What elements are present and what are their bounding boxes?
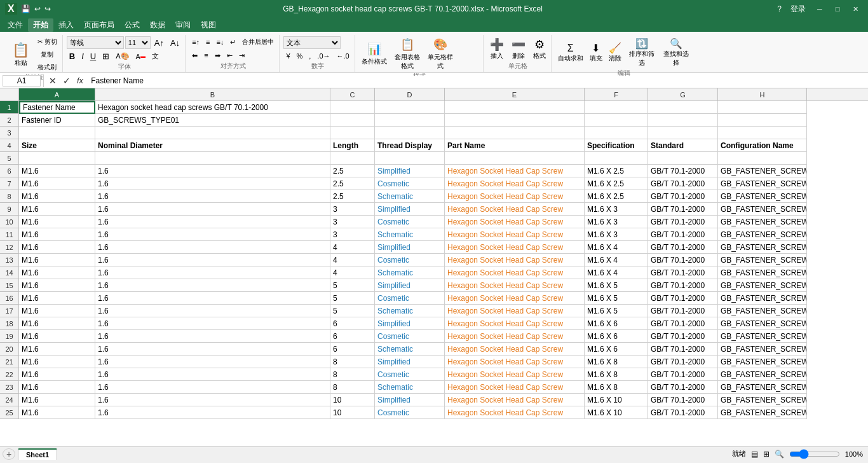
fill-color-icon[interactable]: A🎨: [113, 51, 132, 62]
delete-cell-btn[interactable]: ➖ 删除: [509, 36, 528, 62]
grid-cell[interactable]: Cosmetic: [375, 406, 445, 419]
grid-cell[interactable]: Hexagon Socket Head Cap Screw: [445, 216, 585, 228]
grid-cell[interactable]: GB_FASTENER_SCREW: [718, 394, 807, 406]
grid-cell[interactable]: GB/T 70.1-2000: [648, 292, 718, 305]
decimal-decrease-icon[interactable]: ←.0: [334, 51, 352, 61]
underline-button[interactable]: U: [88, 50, 98, 62]
cell-reference-box[interactable]: [3, 75, 41, 86]
grid-cell[interactable]: GB/T 70.1-2000: [648, 343, 718, 356]
row-number[interactable]: 11: [0, 228, 19, 241]
grid-cell[interactable]: Part Name: [445, 139, 585, 152]
grid-cell[interactable]: M1.6: [19, 254, 95, 266]
grid-cell[interactable]: Hexagon Socket Head Cap Screw: [445, 165, 585, 177]
grid-cell[interactable]: [19, 127, 95, 139]
row-number[interactable]: 8: [0, 190, 19, 203]
row-number[interactable]: 15: [0, 279, 19, 292]
grid-cell[interactable]: GB_FASTENER_SCREW: [718, 228, 807, 241]
grid-cell[interactable]: [718, 127, 807, 139]
grid-cell[interactable]: M1.6 X 10: [585, 406, 648, 419]
col-header-f[interactable]: F: [585, 88, 648, 100]
grid-cell[interactable]: GB/T 70.1-2000: [648, 177, 718, 190]
grid-cell[interactable]: [585, 101, 648, 114]
grid-cell[interactable]: Length: [330, 139, 375, 152]
grid-cell[interactable]: 1.6: [95, 356, 330, 368]
col-header-g[interactable]: G: [648, 88, 718, 100]
grid-cell[interactable]: Hexagon Socket Head Cap Screw: [445, 254, 585, 266]
grid-cell[interactable]: [375, 114, 445, 127]
grid-cell[interactable]: GB/T 70.1-2000: [648, 279, 718, 292]
grid-cell[interactable]: GB/T 70.1-2000: [648, 381, 718, 394]
grid-cell[interactable]: 4: [330, 241, 375, 254]
row-number[interactable]: 21: [0, 356, 19, 368]
decimal-increase-icon[interactable]: .0→: [315, 51, 332, 61]
grid-cell[interactable]: 6: [330, 343, 375, 356]
grid-cell[interactable]: M1.6: [19, 165, 95, 177]
grid-cell[interactable]: GB_FASTENER_SCREW: [718, 203, 807, 216]
grid-cell[interactable]: 1.6: [95, 203, 330, 216]
grid-cell[interactable]: Schematic: [375, 228, 445, 241]
row-number[interactable]: 13: [0, 254, 19, 266]
align-left-icon[interactable]: ⬅: [189, 50, 200, 61]
clear-btn[interactable]: 🧹 清除: [606, 41, 624, 64]
grid-cell[interactable]: 10: [330, 394, 375, 406]
grid-cell[interactable]: GB_FASTENER_SCREW: [718, 406, 807, 419]
grid-cell[interactable]: 1.6: [95, 216, 330, 228]
grid-cell[interactable]: 5: [330, 305, 375, 317]
grid-cell[interactable]: [718, 101, 807, 114]
row-number[interactable]: 14: [0, 266, 19, 279]
zoom-slider[interactable]: [789, 450, 840, 458]
grid-cell[interactable]: Schematic: [375, 343, 445, 356]
view-normal-icon[interactable]: ▤: [751, 450, 758, 459]
menu-formula[interactable]: 公式: [119, 18, 145, 32]
cond-format-btn[interactable]: 📊 条件格式: [359, 41, 390, 67]
row-number[interactable]: 3: [0, 127, 19, 139]
grid-cell[interactable]: GB/T 70.1-2000: [648, 241, 718, 254]
row-number[interactable]: 24: [0, 394, 19, 406]
grid-cell[interactable]: M1.6: [19, 228, 95, 241]
auto-wrap-button[interactable]: 合并后居中: [240, 36, 276, 48]
row-number[interactable]: 1: [0, 101, 19, 114]
grid-cell[interactable]: Hexagon Socket Head Cap Screw: [445, 279, 585, 292]
wen-icon[interactable]: 文: [149, 50, 161, 62]
row-number[interactable]: 23: [0, 381, 19, 394]
row-number[interactable]: 17: [0, 305, 19, 317]
grid-cell[interactable]: Hexagon Socket Head Cap Screw: [445, 356, 585, 368]
grid-cell[interactable]: [445, 101, 585, 114]
grid-cell[interactable]: 6: [330, 317, 375, 330]
grid-cell[interactable]: [19, 152, 95, 165]
col-header-a[interactable]: A: [19, 88, 95, 100]
row-number[interactable]: 12: [0, 241, 19, 254]
grid-cell[interactable]: 8: [330, 356, 375, 368]
grid-cell[interactable]: GB/T 70.1-2000: [648, 216, 718, 228]
grid-cell[interactable]: [445, 127, 585, 139]
align-middle-icon[interactable]: ≡: [203, 37, 212, 47]
grid-cell[interactable]: Schematic: [375, 305, 445, 317]
grid-cell[interactable]: M1.6: [19, 216, 95, 228]
row-number[interactable]: 19: [0, 330, 19, 343]
grid-cell[interactable]: 1.6: [95, 241, 330, 254]
grid-cell[interactable]: 1.6: [95, 381, 330, 394]
autosum-btn[interactable]: Σ 自动求和: [555, 41, 586, 64]
grid-cell[interactable]: [648, 127, 718, 139]
login-button[interactable]: 登录: [787, 4, 810, 15]
wrap-text-icon[interactable]: ↵: [227, 37, 238, 48]
grid-cell[interactable]: GB_FASTENER_SCREW: [718, 165, 807, 177]
col-header-c[interactable]: C: [330, 88, 375, 100]
grid-cell[interactable]: GB/T 70.1-2000: [648, 305, 718, 317]
currency-icon[interactable]: ¥: [283, 51, 292, 61]
grid-cell[interactable]: GB_FASTENER_SCREW: [718, 279, 807, 292]
grid-cell[interactable]: 1.6: [95, 228, 330, 241]
grid-cell[interactable]: Schematic: [375, 266, 445, 279]
view-layout-icon[interactable]: ⊞: [763, 450, 770, 459]
grid-cell[interactable]: GB/T 70.1-2000: [648, 368, 718, 381]
grid-cell[interactable]: GB/T 70.1-2000: [648, 406, 718, 419]
grid-cell[interactable]: [375, 127, 445, 139]
bold-button[interactable]: B: [67, 50, 78, 62]
grid-cell[interactable]: M1.6 X 6: [585, 343, 648, 356]
row-number[interactable]: 6: [0, 165, 19, 177]
grid-cell[interactable]: 1.6: [95, 394, 330, 406]
grid-cell[interactable]: GB_FASTENER_SCREW: [718, 177, 807, 190]
grid-cell[interactable]: Hexagon Socket Head Cap Screw: [445, 343, 585, 356]
grid-cell[interactable]: GB/T 70.1-2000: [648, 356, 718, 368]
grid-cell[interactable]: [585, 152, 648, 165]
